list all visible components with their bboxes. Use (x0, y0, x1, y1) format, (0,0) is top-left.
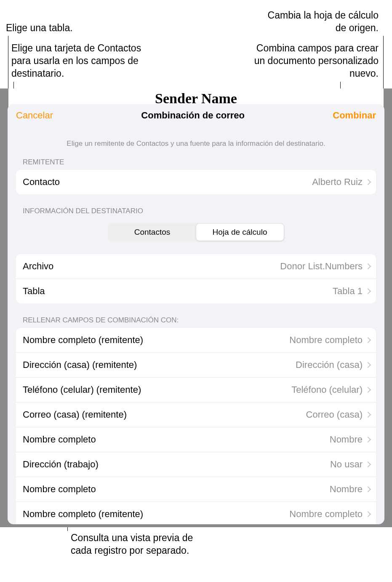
field-row[interactable]: Dirección (trabajo) No usar (16, 452, 376, 477)
field-row-value: Nombre completo (289, 509, 370, 520)
field-row-label: Correo (casa) (remitente) (23, 409, 127, 420)
recipient-section-label: INFORMACIÓN DEL DESTINATARIO (8, 207, 384, 219)
table-value-text: Tabla 1 (333, 286, 363, 297)
mail-merge-panel: Cancelar Combinación de correo Combinar … (8, 104, 384, 524)
field-row[interactable]: Nombre completo (remitente) Nombre compl… (16, 502, 376, 524)
chevron-right-icon (365, 288, 371, 294)
chevron-right-icon (365, 179, 371, 185)
table-row-value: Tabla 1 (333, 286, 370, 297)
callout-choose-contact: Elige una tarjeta de Contactos para usar… (11, 42, 142, 80)
sender-group: Contacto Alberto Ruiz (16, 170, 376, 194)
chevron-right-icon (365, 412, 371, 418)
chevron-right-icon (365, 511, 371, 517)
fields-group: Nombre completo (remitente) Nombre compl… (16, 328, 376, 524)
callout-choose-table: Elige una tabla. (6, 22, 73, 35)
chevron-right-icon (365, 263, 371, 269)
field-row-value: Teléfono (celular) (291, 384, 370, 395)
field-value-text: Correo (casa) (306, 409, 363, 420)
file-row-value: Donor List.Numbers (280, 261, 370, 272)
file-row-label: Archivo (23, 261, 53, 272)
contact-row-label: Contacto (23, 177, 60, 188)
segment-spreadsheet[interactable]: Hoja de cálculo (196, 224, 284, 241)
segment-contacts[interactable]: Contactos (109, 224, 196, 241)
field-row-value: Nombre (330, 484, 370, 495)
field-row-value: No usar (330, 459, 370, 470)
field-row[interactable]: Teléfono (celular) (remitente) Teléfono … (16, 378, 376, 402)
chevron-right-icon (365, 461, 371, 467)
file-value-text: Donor List.Numbers (280, 261, 363, 272)
field-row-label: Dirección (casa) (remitente) (23, 359, 137, 370)
cancel-button[interactable]: Cancelar (16, 110, 53, 121)
contact-row-value: Alberto Ruiz (312, 177, 370, 188)
sender-section-label: REMITENTE (8, 158, 384, 170)
chevron-right-icon (365, 387, 371, 393)
recipient-source-segmented: Contactos Hoja de cálculo (108, 223, 285, 241)
field-row-label: Teléfono (celular) (remitente) (23, 384, 141, 395)
field-row-label: Nombre completo (remitente) (23, 335, 143, 346)
contact-value-text: Alberto Ruiz (312, 177, 363, 188)
panel-subtitle: Elige un remitente de Contactos y una fu… (8, 125, 384, 158)
table-row-label: Tabla (23, 286, 45, 297)
chevron-right-icon (365, 486, 371, 492)
callout-combine-fields: Combina campos para crear un documento p… (248, 42, 379, 80)
file-row[interactable]: Archivo Donor List.Numbers (16, 254, 376, 279)
field-row-value: Nombre completo (289, 335, 370, 346)
field-row-value: Correo (casa) (306, 409, 370, 420)
field-row[interactable]: Correo (casa) (remitente) Correo (casa) (16, 402, 376, 427)
table-row[interactable]: Tabla Tabla 1 (16, 279, 376, 303)
fields-section-label: RELLENAR CAMPOS DE COMBINACIÓN CON: (8, 316, 384, 328)
field-value-text: Nombre completo (289, 509, 363, 520)
combine-button[interactable]: Combinar (333, 110, 376, 121)
contact-row[interactable]: Contacto Alberto Ruiz (16, 170, 376, 194)
field-value-text: Nombre completo (289, 335, 363, 346)
callout-change-source: Cambia la hoja de cálculo de origen. (256, 9, 379, 35)
field-row[interactable]: Nombre completo (remitente) Nombre compl… (16, 328, 376, 353)
chevron-right-icon (365, 337, 371, 343)
panel-header: Cancelar Combinación de correo Combinar (8, 104, 384, 125)
field-row[interactable]: Nombre completo Nombre (16, 477, 376, 502)
field-row-label: Nombre completo (23, 434, 96, 445)
field-row-value: Nombre (330, 434, 370, 445)
field-row[interactable]: Dirección (casa) (remitente) Dirección (… (16, 353, 376, 378)
field-row-label: Dirección (trabajo) (23, 459, 99, 470)
chevron-right-icon (365, 437, 371, 443)
field-row-label: Nombre completo (remitente) (23, 509, 143, 520)
panel-title: Combinación de correo (141, 110, 245, 121)
field-value-text: Dirección (casa) (296, 359, 363, 370)
field-value-text: Nombre (330, 434, 363, 445)
callout-preview-each: Consulta una vista previa de cada regist… (71, 532, 214, 557)
field-row[interactable]: Nombre completo Nombre (16, 427, 376, 452)
source-group: Archivo Donor List.Numbers Tabla Tabla 1 (16, 254, 376, 303)
field-value-text: No usar (330, 459, 363, 470)
field-value-text: Nombre (330, 484, 363, 495)
field-row-value: Dirección (casa) (296, 359, 370, 370)
field-value-text: Teléfono (celular) (291, 384, 363, 395)
field-row-label: Nombre completo (23, 484, 96, 495)
chevron-right-icon (365, 362, 371, 368)
